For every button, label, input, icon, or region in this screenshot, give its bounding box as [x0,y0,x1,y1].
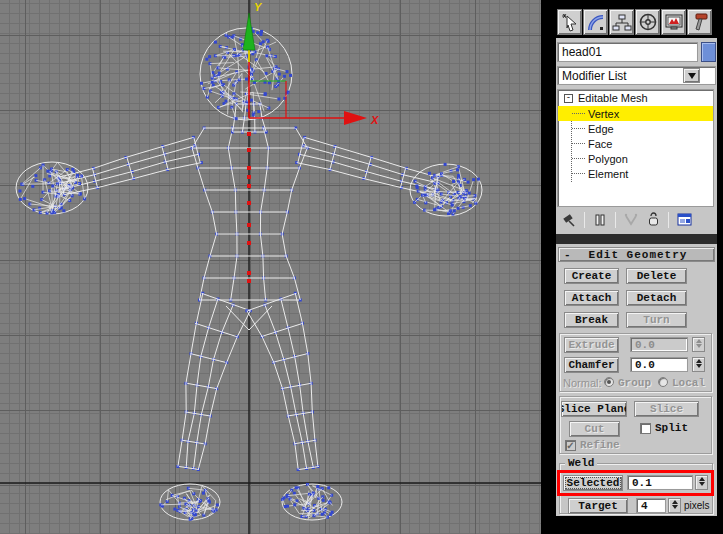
attach-button[interactable]: Attach [564,290,619,306]
rollout-title: Edit Geometry [576,249,714,261]
red-annotation-box [557,470,714,496]
stack-item-label: Vertex [588,108,619,120]
pin-stack-icon[interactable] [558,211,580,229]
tab-modify[interactable] [583,9,608,35]
create-button[interactable]: Create [564,268,619,284]
split-label[interactable]: Split [655,422,688,434]
chamfer-button[interactable]: Chamfer [564,357,619,373]
extrude-spinner[interactable] [692,337,705,352]
object-name-field[interactable] [557,42,698,62]
normal-group-label[interactable]: Group [618,377,651,389]
stack-item-label: Face [588,138,612,150]
modify-arc-icon [586,12,606,32]
chamfer-spinner[interactable] [692,357,705,372]
hierarchy-icon [612,12,632,32]
stack-item-vertex[interactable]: Vertex [558,106,713,121]
motion-wheel-icon [638,12,658,32]
stack-item-face[interactable]: Face [558,136,713,151]
normal-local-label[interactable]: Local [672,377,705,389]
split-checkbox[interactable] [640,423,651,434]
toolbar-separator [584,212,585,228]
pixels-label: pixels [684,500,710,511]
stack-item-label: Edge [588,123,614,135]
modifier-list-arrow-button[interactable] [683,68,700,83]
tab-motion[interactable] [635,9,660,35]
command-panel: Modifier List - Editable Mesh Vertex Edg… [556,0,717,516]
extrude-value-field[interactable]: 0.0 [630,337,688,352]
weld-target-value-field[interactable]: 4 [636,498,666,513]
stack-item-label: Polygon [588,153,628,165]
object-color-swatch[interactable] [701,42,716,62]
slice-plane-button[interactable]: Slice Plane [561,401,627,417]
create-arrow-icon [560,12,580,32]
tab-display[interactable] [661,9,686,35]
stack-item-edge[interactable]: Edge [558,121,713,136]
normal-local-radio[interactable] [658,377,668,387]
gizmo-y-label: Y [254,1,263,13]
break-button[interactable]: Break [564,312,619,328]
edit-geometry-rollout-header[interactable]: - Edit Geometry [558,247,715,262]
toolbar-separator [615,212,616,228]
chamfer-value-field[interactable]: 0.0 [630,357,688,372]
weld-group-label: Weld [565,457,597,469]
extrude-button[interactable]: Extrude [564,337,619,353]
tab-create[interactable] [557,9,582,35]
refine-checkbox[interactable]: ✓ [565,440,576,451]
stack-item-editable-mesh[interactable]: - Editable Mesh [558,90,713,106]
configure-modifier-sets-icon[interactable] [673,211,695,229]
detach-button[interactable]: Detach [626,290,687,306]
weld-target-button[interactable]: Target [568,498,628,514]
utilities-hammer-icon [690,12,710,32]
panel-divider [556,234,717,244]
modifier-list-dropdown[interactable]: Modifier List [557,66,716,85]
wireframe-character-scene: YX [0,0,541,534]
tab-hierarchy[interactable] [609,9,634,35]
viewport[interactable]: YX [0,0,541,534]
command-panel-tabs [557,9,712,35]
stack-root-label: Editable Mesh [578,92,648,104]
toolbar-separator [668,212,669,228]
slice-button[interactable]: Slice [634,401,699,417]
show-end-result-icon[interactable] [589,211,611,229]
remove-modifier-icon[interactable] [642,211,664,229]
modifier-stack: - Editable Mesh Vertex Edge Face Polygon… [557,89,714,207]
normal-label: Normal: [563,377,602,389]
normal-group-radio[interactable] [604,377,614,387]
stack-toolbar [558,210,715,229]
weld-target-spinner[interactable] [668,498,681,513]
delete-button[interactable]: Delete [626,268,687,284]
stack-item-element[interactable]: Element [558,166,713,181]
turn-button[interactable]: Turn [626,312,687,328]
display-monitor-icon [664,12,684,32]
collapse-icon[interactable]: - [564,94,573,103]
stack-item-polygon[interactable]: Polygon [558,151,713,166]
gizmo-x-label: X [370,114,379,126]
make-unique-icon[interactable] [620,211,642,229]
tab-utilities[interactable] [687,9,712,35]
application-window: YX [0,0,723,534]
stack-item-label: Element [588,168,628,180]
chevron-down-icon [688,73,696,83]
rollout-collapse-icon[interactable]: - [564,249,576,261]
refine-label[interactable]: Refine [580,439,620,451]
cut-button[interactable]: Cut [569,421,620,437]
